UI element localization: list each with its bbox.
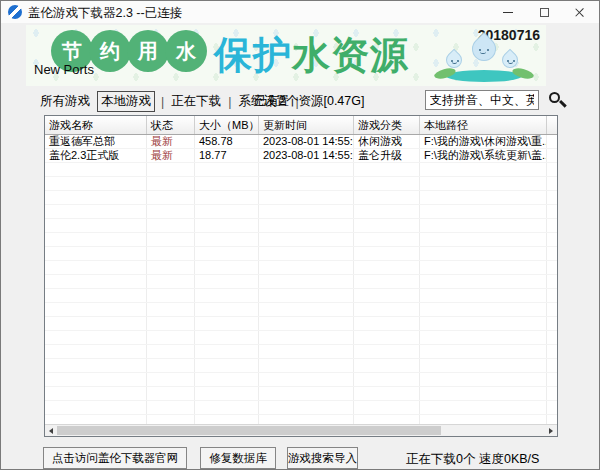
visit-website-button[interactable]: 点击访问盖伦下载器官网 <box>43 447 187 469</box>
cell-filler <box>547 261 557 274</box>
banner-headline-blue: 保护 <box>214 34 292 76</box>
table-row-empty <box>45 387 557 401</box>
cell-filler <box>547 373 557 386</box>
scroll-left-icon[interactable] <box>45 425 57 436</box>
column-header-filler <box>547 116 557 134</box>
cell-size: 458.78 <box>195 135 259 148</box>
cell-filler <box>547 331 557 344</box>
horizontal-scrollbar[interactable] <box>45 424 557 436</box>
download-status: 正在下载0个 速度0KB/S <box>406 451 539 468</box>
cell-updated <box>259 247 354 260</box>
banner-headline-green: 水资源 <box>292 34 409 76</box>
cell-size <box>195 275 259 288</box>
minimize-button[interactable] <box>493 1 523 23</box>
cell-path: F:\我的游戏\休闲游戏\重... <box>420 135 547 148</box>
cell-size <box>195 163 259 176</box>
drop-face-icon <box>503 53 517 67</box>
cell-updated <box>259 205 354 218</box>
cell-updated <box>259 191 354 204</box>
table-row-empty <box>45 373 557 387</box>
cell-status <box>147 191 195 204</box>
search-input[interactable] <box>425 90 539 110</box>
cell-name <box>45 261 147 274</box>
cell-path <box>420 415 547 424</box>
cell-updated <box>259 415 354 424</box>
table-row-empty <box>45 303 557 317</box>
cell-size <box>195 233 259 246</box>
cell-path <box>420 345 547 358</box>
column-header-6[interactable]: 本地路径 <box>420 116 547 134</box>
cell-path <box>420 387 547 400</box>
cell-category: 盖仑升级 <box>354 149 420 162</box>
cell-filler <box>547 317 557 330</box>
cell-status <box>147 317 195 330</box>
banner-headline: 保护水资源 <box>214 30 409 81</box>
cell-updated <box>259 219 354 232</box>
cell-path: F:\我的游戏\系统更新\盖... <box>420 149 547 162</box>
cell-path <box>420 247 547 260</box>
table-row-empty <box>45 275 557 289</box>
cell-filler <box>547 177 557 190</box>
game-search-import-button[interactable]: 游戏搜索导入 <box>287 447 358 469</box>
cell-size <box>195 317 259 330</box>
cell-status: 最新 <box>147 135 195 148</box>
cell-updated <box>259 303 354 316</box>
tab-所有游戏[interactable]: 所有游戏 <box>39 91 91 112</box>
cell-status <box>147 345 195 358</box>
column-header-2[interactable]: 状态 <box>147 116 195 134</box>
cell-status <box>147 401 195 414</box>
cell-name <box>45 233 147 246</box>
cell-size <box>195 289 259 302</box>
cell-name <box>45 275 147 288</box>
cell-name <box>45 219 147 232</box>
cell-category: 休闲游戏 <box>354 135 420 148</box>
cell-status <box>147 177 195 190</box>
tab-正在下载[interactable]: 正在下载 <box>170 91 222 112</box>
column-header-4[interactable]: 更新时间 <box>259 116 354 134</box>
search-icon[interactable] <box>549 92 560 103</box>
minimize-icon <box>503 12 513 13</box>
close-button[interactable] <box>564 1 594 23</box>
cell-category <box>354 345 420 358</box>
table-row[interactable]: 重返德军总部最新458.782023-08-01 14:55:05休闲游戏F:\… <box>45 135 557 149</box>
resource-summary: 已有2个资源[0.47G] <box>254 93 364 110</box>
column-header-1[interactable]: 游戏名称 <box>45 116 147 134</box>
cell-name <box>45 163 147 176</box>
cell-name <box>45 387 147 400</box>
cell-filler <box>547 247 557 260</box>
scroll-right-icon[interactable] <box>545 425 557 436</box>
cell-size <box>195 345 259 358</box>
cell-size <box>195 205 259 218</box>
cell-updated <box>259 289 354 302</box>
table-row-empty <box>45 219 557 233</box>
cell-updated <box>259 317 354 330</box>
column-header-3[interactable]: 大小（MB） <box>195 116 259 134</box>
table-row-empty <box>45 345 557 359</box>
cell-updated <box>259 163 354 176</box>
cell-path <box>420 191 547 204</box>
window-title: 盖伦游戏下载器2.3 --已连接 <box>28 5 182 22</box>
cell-path <box>420 177 547 190</box>
scrollbar-thumb[interactable] <box>57 426 441 435</box>
banner: 节约用水 保护水资源 20180716 <box>26 25 546 86</box>
cell-name <box>45 191 147 204</box>
column-header-5[interactable]: 游戏分类 <box>354 116 420 134</box>
table-row[interactable]: 盖伦2.3正式版最新18.772023-08-01 14:55:03盖仑升级F:… <box>45 149 557 163</box>
cell-size <box>195 303 259 316</box>
cell-path <box>420 275 547 288</box>
cell-name <box>45 345 147 358</box>
slogan-circle: 约 <box>89 30 131 72</box>
cell-status <box>147 247 195 260</box>
tab-本地游戏[interactable]: 本地游戏 <box>97 91 155 112</box>
cell-updated <box>259 177 354 190</box>
table-body: 重返德军总部最新458.782023-08-01 14:55:05休闲游戏F:\… <box>45 135 557 424</box>
table-row-empty <box>45 415 557 424</box>
maximize-button[interactable] <box>529 1 559 23</box>
slogan-circle: 水 <box>165 30 207 72</box>
cell-size <box>195 247 259 260</box>
repair-database-button[interactable]: 修复数据库 <box>200 447 276 469</box>
cell-category <box>354 415 420 424</box>
table-row-empty <box>45 401 557 415</box>
cell-category <box>354 247 420 260</box>
table-row-empty <box>45 247 557 261</box>
